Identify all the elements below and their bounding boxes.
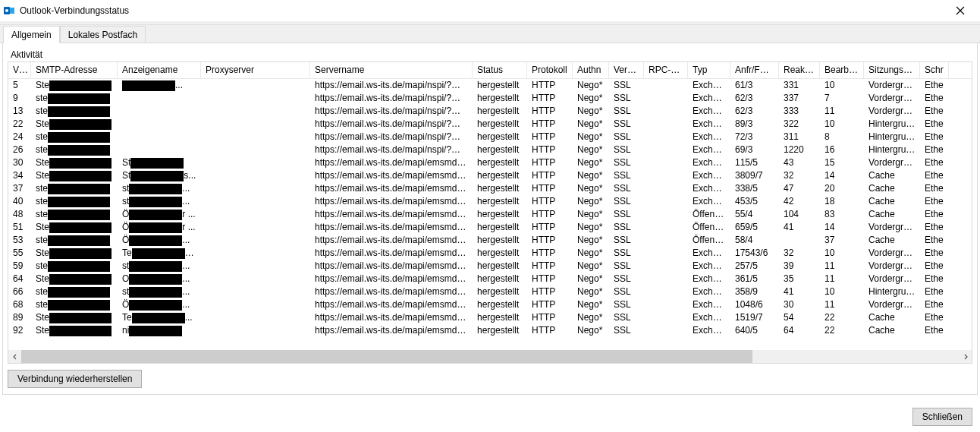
table-row[interactable]: 26ste https://email.ws-its.de/mapi/nspi/…	[8, 143, 972, 156]
cell-protokoll: HTTP	[527, 273, 573, 285]
cell-smtp: Ste	[31, 273, 118, 285]
cell-sitzung: Cache	[864, 311, 920, 324]
col-rpcport[interactable]: RPC-Port	[644, 62, 688, 78]
cell-schnitt: Ethe	[920, 285, 949, 298]
dialog-footer: Schließen	[912, 408, 972, 426]
cell-typ: Exchang...	[688, 260, 730, 273]
col-vid[interactable]: VID	[8, 62, 31, 78]
table-row[interactable]: 59ste st ...https://email.ws-its.de/mapi…	[8, 260, 972, 273]
cell-smtp: ste	[31, 298, 118, 311]
cell-rpcport	[644, 234, 688, 247]
table-row[interactable]: 53ste Ö ...https://email.ws-its.de/mapi/…	[8, 234, 972, 247]
cell-reaktion: 35	[779, 273, 820, 285]
cell-bearb: 14	[820, 221, 864, 234]
col-reaktion[interactable]: Reaktion...	[779, 62, 820, 78]
reconnect-button[interactable]: Verbindung wiederherstellen	[8, 370, 142, 388]
cell-schnitt: Ethe	[920, 143, 949, 156]
cell-anf: 17543/6	[730, 247, 779, 260]
close-icon[interactable]	[945, 3, 975, 18]
table-row[interactable]: 30Ste St https://email.ws-its.de/mapi/em…	[8, 156, 972, 169]
cell-status: hergestellt	[473, 131, 527, 143]
col-status[interactable]: Status	[473, 62, 527, 78]
table-row[interactable]: 66ste st ...https://email.ws-its.de/mapi…	[8, 285, 972, 298]
cell-protokoll: HTTP	[527, 131, 573, 143]
cell-protokoll: HTTP	[527, 182, 573, 195]
table-row[interactable]: 55Ste Te r ...https://email.ws-its.de/ma…	[8, 247, 972, 260]
cell-proxy	[201, 247, 310, 260]
cell-proxy	[201, 169, 310, 182]
cell-vid: 22	[8, 118, 31, 131]
cell-reaktion: 104	[779, 208, 820, 221]
cell-anzeigename: ni	[118, 324, 201, 337]
cell-status: hergestellt	[473, 234, 527, 247]
cell-proxy	[201, 311, 310, 324]
tab-general[interactable]: Allgemein	[3, 26, 60, 43]
cell-sitzung: Cache	[864, 234, 920, 247]
cell-status: hergestellt	[473, 105, 527, 118]
tab-local-mailbox[interactable]: Lokales Postfach	[60, 26, 146, 43]
cell-typ: Exchang...	[688, 324, 730, 337]
col-sitzung[interactable]: Sitzungstyp	[864, 62, 920, 78]
table-row[interactable]: 51Ste Ö r ...https://email.ws-its.de/map…	[8, 221, 972, 234]
cell-sitzung: Vordergrund	[864, 105, 920, 118]
cell-schnitt: Ethe	[920, 118, 949, 131]
table-row[interactable]: 68ste Ö ...https://email.ws-its.de/mapi/…	[8, 298, 972, 311]
cell-bearb: 11	[820, 260, 864, 273]
table-row[interactable]: 5Ste ...https://email.ws-its.de/mapi/nsp…	[8, 79, 972, 92]
cell-reaktion: 54	[779, 311, 820, 324]
table-row[interactable]: 64Ste O ...https://email.ws-its.de/mapi/…	[8, 273, 972, 285]
table-row[interactable]: 89Ste Te ...https://email.ws-its.de/mapi…	[8, 311, 972, 324]
col-protokoll[interactable]: Protokoll	[527, 62, 573, 78]
cell-verschl: SSL	[609, 195, 644, 208]
table-row[interactable]: 48ste Ö r ...https://email.ws-its.de/map…	[8, 208, 972, 221]
cell-anf: 62/3	[730, 92, 779, 105]
cell-protokoll: HTTP	[527, 105, 573, 118]
col-server[interactable]: Servername	[310, 62, 473, 78]
close-button[interactable]: Schließen	[912, 408, 972, 426]
table-row[interactable]: 9ste https://email.ws-its.de/mapi/nspi/?…	[8, 92, 972, 105]
cell-vid: 30	[8, 156, 31, 169]
col-anf[interactable]: Anfr/Fehler	[730, 62, 779, 78]
cell-reaktion: 32	[779, 169, 820, 182]
cell-rpcport	[644, 118, 688, 131]
table-row[interactable]: 40ste st ...https://email.ws-its.de/mapi…	[8, 195, 972, 208]
cell-rpcport	[644, 311, 688, 324]
table-row[interactable]: 34Ste St s...https://email.ws-its.de/map…	[8, 169, 972, 182]
cell-anf: 453/5	[730, 195, 779, 208]
col-verschl[interactable]: Versc...	[609, 62, 644, 78]
table-row[interactable]: 92Ste ni https://email.ws-its.de/mapi/em…	[8, 324, 972, 337]
table-row[interactable]: 37ste st ...https://email.ws-its.de/mapi…	[8, 182, 972, 195]
scroll-track[interactable]	[21, 350, 959, 363]
cell-bearb: 10	[820, 79, 864, 92]
tab-local-mailbox-label: Lokales Postfach	[68, 30, 137, 40]
col-typ[interactable]: Typ	[688, 62, 730, 78]
cell-anf: 55/4	[730, 208, 779, 221]
cell-vid: 51	[8, 221, 31, 234]
scroll-right-icon[interactable]	[959, 350, 972, 363]
table-row[interactable]: 13ste https://email.ws-its.de/mapi/nspi/…	[8, 105, 972, 118]
cell-protokoll: HTTP	[527, 118, 573, 131]
cell-bearb: 7	[820, 92, 864, 105]
cell-protokoll: HTTP	[527, 92, 573, 105]
table-row[interactable]: 22Ste https://email.ws-its.de/mapi/nspi/…	[8, 118, 972, 131]
col-bearb[interactable]: Bearb (Ø)	[820, 62, 864, 78]
cell-sitzung: Cache	[864, 208, 920, 221]
col-anzeigename[interactable]: Anzeigename	[118, 62, 201, 78]
title-bar: Outlook-Verbindungsstatus	[0, 0, 980, 21]
cell-server: https://email.ws-its.de/mapi/nspi/?Mailb…	[310, 105, 473, 118]
col-authn[interactable]: Authn	[573, 62, 609, 78]
horizontal-scrollbar[interactable]	[8, 350, 972, 363]
scroll-left-icon[interactable]	[8, 350, 21, 363]
cell-authn: Nego*	[573, 169, 609, 182]
cell-protokoll: HTTP	[527, 221, 573, 234]
scroll-thumb[interactable]	[21, 350, 752, 363]
col-schnitt[interactable]: Schr	[920, 62, 949, 78]
table-row[interactable]: 24ste https://email.ws-its.de/mapi/nspi/…	[8, 131, 972, 143]
cell-schnitt: Ethe	[920, 195, 949, 208]
cell-status: hergestellt	[473, 208, 527, 221]
cell-status: hergestellt	[473, 118, 527, 131]
cell-schnitt: Ethe	[920, 92, 949, 105]
col-smtp[interactable]: SMTP-Adresse	[31, 62, 118, 78]
cell-proxy	[201, 143, 310, 156]
col-proxy[interactable]: Proxyserver	[201, 62, 310, 78]
